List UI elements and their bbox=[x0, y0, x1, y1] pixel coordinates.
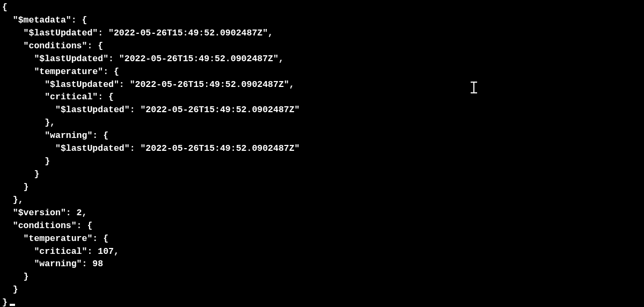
code-line: "warning": 98 bbox=[2, 259, 103, 269]
code-line: } bbox=[2, 169, 39, 179]
code-line: "$metadata": { bbox=[2, 15, 87, 25]
code-line: }, bbox=[2, 118, 55, 128]
code-line: "temperature": { bbox=[2, 67, 119, 77]
code-line: } bbox=[2, 297, 8, 307]
code-line: "$lastUpdated": "2022-05-26T15:49:52.090… bbox=[2, 28, 273, 38]
code-line: { bbox=[2, 2, 8, 12]
code-line: "conditions": { bbox=[2, 41, 103, 51]
code-line: "$lastUpdated": "2022-05-26T15:49:52.090… bbox=[2, 54, 284, 64]
code-line: "critical": 107, bbox=[2, 246, 119, 257]
code-line: "$version": 2, bbox=[2, 208, 87, 218]
code-line: "temperature": { bbox=[2, 233, 108, 244]
code-line: "$lastUpdated": "2022-05-26T15:49:52.090… bbox=[2, 79, 295, 90]
terminal-cursor bbox=[10, 304, 15, 306]
code-line: "$lastUpdated": "2022-05-26T15:49:52.090… bbox=[2, 143, 300, 154]
code-line: "critical": { bbox=[2, 92, 114, 102]
code-line: } bbox=[2, 284, 18, 295]
code-line: "$lastUpdated": "2022-05-26T15:49:52.090… bbox=[2, 105, 300, 115]
code-line: } bbox=[2, 182, 29, 192]
code-line: "warning": { bbox=[2, 130, 108, 141]
terminal-output[interactable]: { "$metadata": { "$lastUpdated": "2022-0… bbox=[2, 1, 642, 307]
code-line: } bbox=[2, 156, 50, 166]
code-line: "conditions": { bbox=[2, 221, 92, 231]
code-line: }, bbox=[2, 195, 24, 205]
code-line: } bbox=[2, 272, 29, 282]
